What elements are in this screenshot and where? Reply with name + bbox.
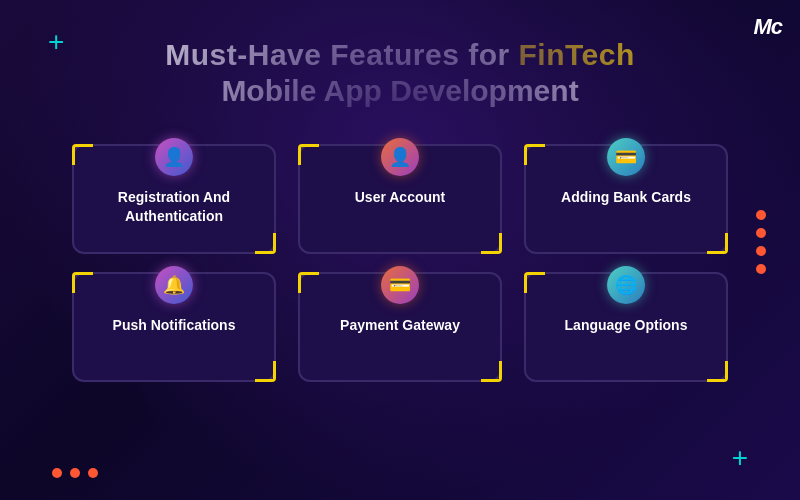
heading-prefix: Must-Have Features for (165, 38, 518, 71)
heading-highlight: FinTech (518, 38, 634, 71)
heading-line1: Must-Have Features for FinTech (0, 38, 800, 72)
dot (756, 264, 766, 274)
card-icon-registration: 👤 (155, 138, 193, 176)
features-grid: 👤Registration And Authentication👤User Ac… (0, 116, 800, 382)
card-label-push-notifications: Push Notifications (113, 316, 236, 335)
dot (52, 468, 62, 478)
card-label-registration: Registration And Authentication (86, 188, 262, 226)
card-icon-payment-gateway: 💳 (381, 266, 419, 304)
feature-card-registration[interactable]: 👤Registration And Authentication (72, 144, 276, 254)
card-icon-push-notifications: 🔔 (155, 266, 193, 304)
dots-bottom-left (52, 468, 98, 478)
card-label-user-account: User Account (355, 188, 446, 207)
card-icon-language-options: 🌐 (607, 266, 645, 304)
dot (756, 210, 766, 220)
card-icon-user-account: 👤 (381, 138, 419, 176)
logo: Mc (753, 14, 782, 40)
card-label-adding-bank-cards: Adding Bank Cards (561, 188, 691, 207)
page-heading: Must-Have Features for FinTech Mobile Ap… (0, 0, 800, 108)
plus-br-icon: + (732, 444, 748, 472)
feature-card-adding-bank-cards[interactable]: 💳Adding Bank Cards (524, 144, 728, 254)
dot (88, 468, 98, 478)
heading-line2: Mobile App Development (0, 74, 800, 108)
dots-right (756, 210, 766, 274)
dot (70, 468, 80, 478)
card-label-payment-gateway: Payment Gateway (340, 316, 460, 335)
card-label-language-options: Language Options (565, 316, 688, 335)
feature-card-user-account[interactable]: 👤User Account (298, 144, 502, 254)
dot (756, 246, 766, 256)
dot (756, 228, 766, 238)
card-icon-adding-bank-cards: 💳 (607, 138, 645, 176)
feature-card-language-options[interactable]: 🌐Language Options (524, 272, 728, 382)
feature-card-push-notifications[interactable]: 🔔Push Notifications (72, 272, 276, 382)
feature-card-payment-gateway[interactable]: 💳Payment Gateway (298, 272, 502, 382)
